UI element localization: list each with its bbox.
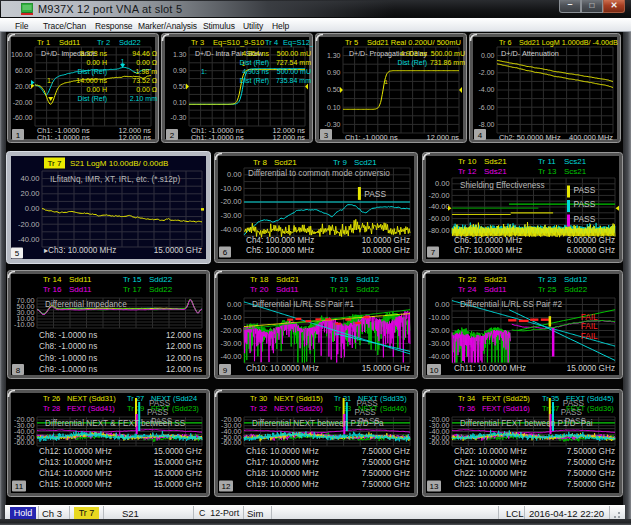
svg-text:FAIL: FAIL bbox=[581, 332, 598, 341]
svg-text:Ch13: 10.0000 MHz: Ch13: 10.0000 MHz bbox=[39, 458, 112, 467]
svg-text:12.000 ns: 12.000 ns bbox=[166, 354, 202, 363]
svg-text:0.00: 0.00 bbox=[25, 204, 40, 213]
svg-text:94.46 Ω: 94.46 Ω bbox=[132, 50, 157, 57]
svg-text:Tr 30: Tr 30 bbox=[250, 394, 267, 403]
svg-text:-20.00: -20.00 bbox=[13, 99, 33, 106]
svg-text:-60.00: -60.00 bbox=[429, 214, 450, 223]
svg-text:Tr 3: Tr 3 bbox=[191, 38, 204, 47]
svg-text:3: 3 bbox=[324, 131, 329, 140]
svg-text:7.50000 GHz: 7.50000 GHz bbox=[362, 447, 410, 456]
svg-text:Ch7: 10.0000 MHz: Ch7: 10.0000 MHz bbox=[454, 246, 522, 255]
svg-text:Tr 36: Tr 36 bbox=[458, 404, 475, 413]
svg-text:-0.30: -0.30 bbox=[325, 121, 341, 128]
svg-text:Tr 18: Tr 18 bbox=[250, 275, 269, 284]
svg-text:NEXT (Sdd15): NEXT (Sdd15) bbox=[274, 394, 323, 403]
svg-text:500.00 mU: 500.00 mU bbox=[277, 68, 311, 75]
svg-text:Tr 15: Tr 15 bbox=[123, 275, 142, 284]
svg-text:Tr 14: Tr 14 bbox=[43, 275, 62, 284]
svg-text:0.00: 0.00 bbox=[227, 170, 241, 179]
svg-text:500.00 mU: 500.00 mU bbox=[431, 50, 465, 57]
svg-text:FEXT (Sdd41): FEXT (Sdd41) bbox=[67, 404, 115, 413]
svg-text:Sdd11: Sdd11 bbox=[484, 285, 507, 294]
svg-text:7: 7 bbox=[431, 248, 436, 257]
svg-text:12.000 ns: 12.000 ns bbox=[166, 342, 202, 351]
svg-text:PASS: PASS bbox=[574, 185, 596, 195]
svg-text:12.000 ns: 12.000 ns bbox=[427, 133, 460, 142]
svg-text:Ch1: -1.0000 ns: Ch1: -1.0000 ns bbox=[37, 133, 90, 142]
svg-text:Differential NEXT & FEXT betwe: Differential NEXT & FEXT between SS bbox=[45, 419, 186, 428]
svg-text:15.0000 GHz: 15.0000 GHz bbox=[154, 447, 202, 456]
svg-text:7.50000 GHz: 7.50000 GHz bbox=[567, 447, 615, 456]
svg-text:Tr 1: Tr 1 bbox=[37, 38, 50, 47]
svg-text:-10.00: -10.00 bbox=[221, 313, 242, 322]
svg-text:Ch10: 10.0000 MHz: Ch10: 10.0000 MHz bbox=[246, 364, 319, 373]
svg-text:Ch1: -1.0000 ns: Ch1: -1.0000 ns bbox=[191, 133, 244, 142]
svg-text:Ch4: 100.000 MHz: Ch4: 100.000 MHz bbox=[246, 236, 314, 245]
svg-text:12: 12 bbox=[222, 482, 231, 491]
svg-text:Sdd21: Sdd21 bbox=[484, 275, 508, 284]
svg-text:PASS: PASS bbox=[561, 408, 583, 417]
svg-text:-20.00: -20.00 bbox=[429, 191, 450, 200]
svg-text:-40.00: -40.00 bbox=[221, 352, 242, 361]
svg-text:15.0000 GHz: 15.0000 GHz bbox=[154, 458, 202, 467]
svg-text:Tr 13: Tr 13 bbox=[538, 167, 557, 176]
svg-text:-20.00: -20.00 bbox=[221, 326, 242, 335]
svg-text:0.00 H: 0.00 H bbox=[86, 86, 107, 93]
svg-text:731.86 mm: 731.86 mm bbox=[430, 59, 465, 66]
svg-text:Tr 7: Tr 7 bbox=[48, 159, 62, 168]
svg-text:Ch22: 10.0000 MHz: Ch22: 10.0000 MHz bbox=[454, 469, 527, 478]
svg-text:14.000 ns: 14.000 ns bbox=[76, 77, 107, 84]
svg-text:PASS: PASS bbox=[574, 199, 596, 209]
svg-text:-6.00: -6.00 bbox=[479, 104, 495, 111]
svg-text:Sdd22: Sdd22 bbox=[149, 285, 173, 294]
svg-text:Differential FEXT between P1/D: Differential FEXT between P1/D- Pai bbox=[460, 419, 593, 428]
svg-text:-30.00: -30.00 bbox=[429, 339, 450, 348]
svg-text:-20.00: -20.00 bbox=[429, 326, 450, 335]
svg-text:Scs21: Scs21 bbox=[564, 167, 587, 176]
svg-text:Ch21: 10.0000 MHz: Ch21: 10.0000 MHz bbox=[454, 458, 527, 467]
svg-text:Tr 28: Tr 28 bbox=[43, 404, 60, 413]
svg-text:Ch11: 10.0000 MHz: Ch11: 10.0000 MHz bbox=[454, 364, 526, 373]
svg-text:0.10: 0.10 bbox=[173, 99, 187, 106]
svg-text:735.84 mm: 735.84 mm bbox=[276, 77, 311, 84]
svg-text:Sdd12: Sdd12 bbox=[356, 275, 380, 284]
svg-text:7.50000 GHz: 7.50000 GHz bbox=[362, 480, 410, 489]
svg-text:1.30: 1.30 bbox=[327, 52, 341, 59]
svg-text:-40.00: -40.00 bbox=[221, 225, 242, 234]
svg-text:Tr 11: Tr 11 bbox=[538, 157, 556, 166]
svg-text:▸Ch3: 10.0000 MHz: ▸Ch3: 10.0000 MHz bbox=[44, 246, 116, 255]
svg-text:9: 9 bbox=[223, 366, 228, 375]
svg-text:10.0000 GHz: 10.0000 GHz bbox=[362, 246, 410, 255]
svg-text:15.0000 GHz: 15.0000 GHz bbox=[154, 469, 202, 478]
svg-text:7.50000 GHz: 7.50000 GHz bbox=[567, 469, 615, 478]
svg-text:0.00 H: 0.00 H bbox=[86, 59, 107, 66]
svg-text:Dist (Ref): Dist (Ref) bbox=[397, 59, 427, 67]
svg-text:Tr 32: Tr 32 bbox=[250, 404, 267, 413]
svg-text:Sds21: Sds21 bbox=[484, 157, 507, 166]
svg-text:1:: 1: bbox=[201, 68, 207, 75]
svg-text:Ch18: 10.0000 MHz: Ch18: 10.0000 MHz bbox=[246, 469, 319, 478]
svg-text:-30.00: -30.00 bbox=[221, 211, 242, 220]
svg-text:10: 10 bbox=[430, 366, 439, 375]
svg-text:12.000 ns: 12.000 ns bbox=[273, 133, 306, 142]
svg-text:0.50: 0.50 bbox=[327, 86, 341, 93]
svg-text:8: 8 bbox=[16, 366, 21, 375]
svg-text:-60.00: -60.00 bbox=[221, 438, 241, 447]
svg-text:40.00: 40.00 bbox=[20, 174, 39, 183]
svg-text:Eq=S10_9-S10: Eq=S10_9-S10 bbox=[213, 38, 264, 47]
svg-text:727.54 mm: 727.54 mm bbox=[276, 59, 311, 66]
svg-text:20.00: 20.00 bbox=[15, 83, 33, 90]
svg-text:Shielding Effectiveness: Shielding Effectiveness bbox=[460, 181, 545, 190]
svg-text:Ch1: -1.0000 ns: Ch1: -1.0000 ns bbox=[345, 133, 398, 142]
svg-text:-60.00: -60.00 bbox=[429, 438, 449, 447]
svg-text:400.000 MHz: 400.000 MHz bbox=[569, 133, 613, 142]
svg-text:7.50000 GHz: 7.50000 GHz bbox=[362, 469, 410, 478]
svg-text:6.00000 GHz: 6.00000 GHz bbox=[567, 236, 615, 245]
svg-text:Ch17: 10.0000 MHz: Ch17: 10.0000 MHz bbox=[246, 458, 319, 467]
svg-text:Tr 22: Tr 22 bbox=[458, 275, 477, 284]
svg-text:2.10 mm: 2.10 mm bbox=[130, 95, 157, 102]
svg-text:FAIL: FAIL bbox=[581, 313, 598, 322]
svg-text:Dist (Ref): Dist (Ref) bbox=[239, 77, 269, 85]
svg-text:8.373 ns: 8.373 ns bbox=[80, 50, 107, 57]
svg-text:Sdd22: Sdd22 bbox=[564, 285, 588, 294]
